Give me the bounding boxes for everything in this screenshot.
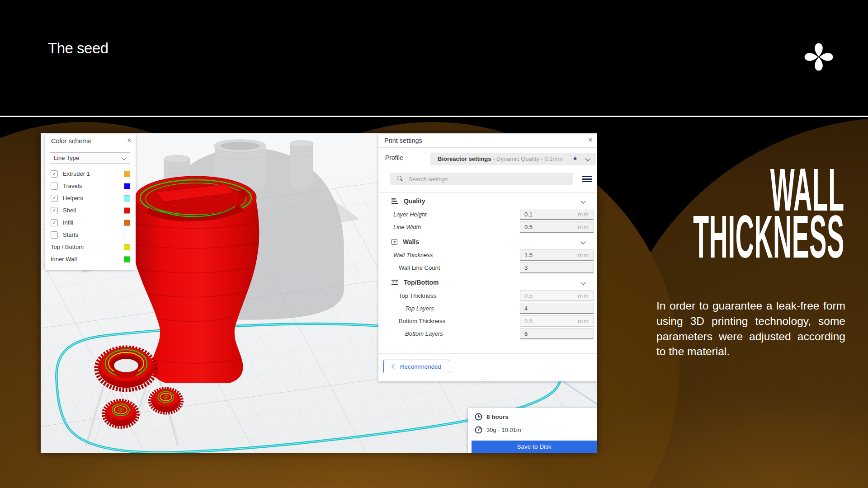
setting-row: Top Layers4 [378, 302, 597, 314]
color-scheme-item: Travels [45, 180, 136, 192]
checkbox[interactable]: ✓ [51, 219, 58, 226]
checkbox[interactable] [51, 183, 58, 190]
section-name: Quality [404, 197, 425, 205]
print-time-row: 8 hours [475, 413, 509, 421]
line-type-dropdown[interactable]: Line Type [50, 152, 130, 164]
setting-label: Top Layers [405, 305, 434, 312]
color-scheme-item: Starts [45, 229, 136, 241]
setting-row: Bottom Thickness0.5mm [378, 314, 597, 327]
color-scheme-item-label: Infill [63, 219, 124, 226]
setting-value: 4 [524, 305, 528, 312]
slide: The seed [0, 0, 868, 488]
clock-icon [475, 413, 482, 421]
color-swatch [124, 171, 130, 177]
quality-icon [392, 198, 398, 204]
profile-label: Profile [385, 154, 403, 161]
drag-handle[interactable]: ··· [378, 377, 597, 381]
setting-value: 0.5 [524, 292, 533, 299]
setting-unit: mm [578, 292, 589, 299]
job-info-card: 8 hours 30g · 10.01m Save to Disk [468, 408, 597, 453]
profile-value-suffix: - Dynamic Quality - 0.1mm [491, 155, 562, 162]
color-scheme-title: Color scheme [51, 137, 91, 145]
material-usage-row: 30g · 10.01m [475, 426, 521, 434]
material-usage: 30g · 10.01m [486, 427, 521, 433]
setting-label: Bottom Thickness [399, 318, 445, 324]
section-name: Walls [403, 238, 419, 245]
setting-label: Wall Line Count [399, 264, 440, 271]
walls-icon [392, 239, 397, 245]
color-scheme-item: ✓Helpers [45, 192, 136, 204]
slide-body-text: In order to guarantee a leak-free form u… [656, 298, 845, 359]
checkbox[interactable]: ✓ [51, 195, 58, 202]
color-swatch [124, 220, 130, 226]
color-swatch [124, 244, 130, 250]
print-time: 8 hours [486, 413, 509, 420]
recommended-button[interactable]: Recommended [383, 360, 450, 373]
setting-row: Top Thickness0.5mm [378, 289, 597, 302]
color-scheme-item-label: Helpers [63, 195, 124, 202]
color-scheme-item: ✓Extruder 1 [45, 168, 136, 180]
color-scheme-item: Top / Bottom [45, 241, 136, 253]
setting-value-field[interactable]: 0.5mm [520, 290, 594, 301]
color-scheme-header: Color scheme × [45, 134, 136, 148]
save-to-disk-button[interactable]: Save to Disk [472, 441, 597, 453]
top-bar: The seed [0, 0, 868, 116]
color-swatch [124, 232, 130, 238]
recommended-label: Recommended [400, 363, 442, 370]
close-icon[interactable]: × [127, 136, 132, 145]
chevron-down-icon [121, 155, 126, 160]
setting-value: 0.5 [524, 318, 533, 324]
color-scheme-item: Inner Wall [45, 253, 136, 265]
print-settings-title: Print settings [384, 137, 422, 144]
setting-value-field[interactable]: 4 [520, 303, 594, 314]
setting-value-field[interactable]: 0.5mm [520, 315, 594, 327]
setting-label: Line Width [393, 224, 421, 230]
topbottom-icon [392, 280, 398, 285]
color-scheme-item-label: Inner Wall [51, 256, 124, 263]
setting-row: Bottom Layers6 [378, 327, 597, 340]
close-icon[interactable]: × [588, 136, 593, 145]
color-swatch [124, 256, 130, 263]
color-scheme-items: ✓Extruder 1Travels✓Helpers✓Shell✓InfillS… [45, 168, 136, 265]
brand-text: The seed [48, 40, 108, 57]
checkbox[interactable]: ✓ [51, 207, 58, 214]
search-icon [397, 176, 401, 180]
slide-title: WALL THICKNESS [493, 166, 844, 260]
checkbox[interactable] [51, 231, 58, 239]
star-icon[interactable]: ★ [572, 155, 578, 162]
line-type-value: Line Type [54, 155, 79, 161]
title-line-2: THICKNESS [693, 213, 844, 260]
section-name: Top/Bottom [404, 279, 439, 286]
color-scheme-item-label: Shell [63, 207, 124, 214]
divider [378, 353, 597, 354]
color-swatch [124, 183, 130, 189]
color-scheme-item-label: Top / Bottom [51, 244, 124, 250]
seed-logo-icon [802, 41, 835, 72]
setting-row: Wall Line Count3 [378, 261, 597, 274]
setting-label: Wall Thickness [393, 252, 433, 258]
divider-line [0, 116, 868, 117]
settings-section-header[interactable]: Top/Bottom [378, 276, 597, 289]
color-scheme-item-label: Travels [63, 183, 124, 189]
color-scheme-item-label: Starts [63, 231, 124, 238]
color-swatch [124, 195, 130, 202]
spool-icon [475, 426, 482, 434]
setting-label: Bottom Layers [405, 330, 443, 337]
setting-value-field[interactable]: 3 [520, 262, 594, 273]
setting-value-field[interactable]: 6 [520, 328, 594, 339]
color-scheme-item-label: Extruder 1 [63, 170, 124, 177]
chevron-down-icon [580, 280, 585, 285]
checkbox[interactable]: ✓ [51, 170, 58, 178]
profile-value: Bioreactor settings - Dynamic Quality - … [438, 155, 562, 162]
color-scheme-panel: Color scheme × Line Type ✓Extruder 1Trav… [45, 134, 136, 270]
setting-value: 3 [524, 264, 528, 271]
profile-dropdown[interactable]: Bioreactor settings - Dynamic Quality - … [430, 153, 596, 165]
color-scheme-item: ✓Infill [45, 216, 136, 229]
setting-label: Layer Height [393, 211, 427, 218]
color-swatch [124, 207, 130, 214]
chevron-down-icon [585, 156, 590, 161]
setting-unit: mm [578, 318, 589, 324]
color-scheme-item: ✓Shell [45, 204, 136, 216]
setting-label: Top Thickness [399, 292, 436, 299]
chevron-left-icon [392, 364, 396, 369]
